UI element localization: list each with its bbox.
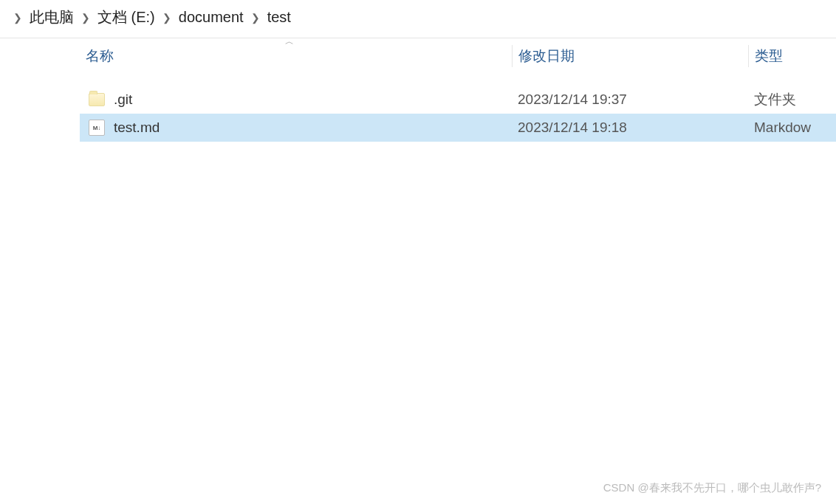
file-name: .git — [114, 92, 512, 108]
file-type: 文件夹 — [748, 90, 836, 109]
file-date: 2023/12/14 19:18 — [512, 120, 748, 136]
folder-icon — [89, 93, 105, 106]
chevron-right-icon[interactable]: ❯ — [13, 12, 22, 24]
sort-indicator-icon[interactable]: ︿ — [285, 35, 294, 48]
file-date: 2023/12/14 19:37 — [512, 92, 748, 108]
column-header-type[interactable]: 类型 — [748, 45, 836, 67]
chevron-right-icon[interactable]: ❯ — [251, 12, 260, 24]
breadcrumb-item-0[interactable]: 此电脑 — [30, 7, 74, 27]
chevron-right-icon[interactable]: ❯ — [162, 12, 171, 24]
breadcrumb-item-1[interactable]: 文档 (E:) — [97, 7, 155, 27]
file-list: .git2023/12/14 19:37文件夹M↓test.md2023/12/… — [80, 86, 836, 142]
markdown-file-icon: M↓ — [89, 120, 105, 136]
column-header-date[interactable]: 修改日期 — [512, 45, 748, 67]
breadcrumb: ❯ 此电脑 ❯ 文档 (E:) ❯ document ❯ test — [0, 0, 836, 38]
file-row[interactable]: M↓test.md2023/12/14 19:18Markdow — [80, 114, 836, 142]
columns-header: ︿ 名称 修改日期 类型 — [80, 38, 836, 74]
file-row[interactable]: .git2023/12/14 19:37文件夹 — [80, 86, 836, 114]
breadcrumb-item-3[interactable]: test — [267, 9, 291, 26]
file-area: ︿ 名称 修改日期 类型 .git2023/12/14 19:37文件夹M↓te… — [80, 38, 836, 504]
left-gutter — [0, 38, 80, 504]
file-type: Markdow — [748, 120, 836, 136]
column-header-name[interactable]: 名称 — [80, 46, 512, 66]
chevron-right-icon[interactable]: ❯ — [81, 12, 90, 24]
breadcrumb-item-2[interactable]: document — [179, 9, 244, 26]
file-name: test.md — [114, 120, 512, 136]
